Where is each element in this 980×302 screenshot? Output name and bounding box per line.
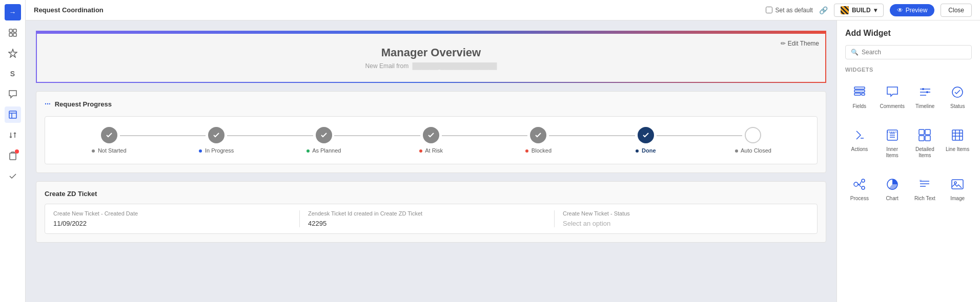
ticket-col-label-id: Zendesk Ticket Id created in Create ZD T…: [308, 210, 546, 217]
main-area: ✏ Edit Theme Manager Overview New Email …: [26, 20, 836, 302]
widget-chart[interactable]: Chart: [878, 171, 907, 206]
svg-rect-7: [10, 153, 16, 160]
step-circle-blocked: [530, 127, 546, 143]
edit-theme-button[interactable]: ✏ Edit Theme: [781, 40, 819, 47]
image-label: Image: [950, 196, 965, 202]
step-as-planned: As Planned: [270, 127, 377, 154]
actions-icon: [850, 126, 869, 144]
link-icon[interactable]: 🔗: [819, 6, 828, 14]
subtitle-redacted: ██████ █████████████: [413, 62, 497, 70]
inner-items-label: Inner Items: [880, 146, 905, 159]
widget-rich-text[interactable]: Rich Text: [911, 171, 940, 206]
sidebar-icon-check[interactable]: [5, 168, 21, 184]
status-icon: [948, 83, 967, 101]
widget-timeline[interactable]: Timeline: [911, 79, 940, 114]
pencil-icon: ✏: [781, 40, 786, 47]
svg-point-32: [854, 182, 858, 186]
inner-items-icon: [883, 126, 902, 144]
fields-label: Fields: [852, 103, 866, 110]
step-label-done: Done: [636, 147, 656, 154]
preview-label: Preview: [906, 7, 928, 14]
process-label: Process: [850, 196, 869, 202]
widgets-grid-row3: Process Chart Rich Text Image: [845, 171, 972, 206]
sidebar-icon-apps[interactable]: [5, 25, 21, 41]
widget-status[interactable]: Status: [943, 79, 972, 114]
svg-rect-11: [862, 93, 865, 95]
request-progress-section: ··· Request Progress Not Started I: [36, 91, 826, 173]
widgets-section-label: Widgets: [845, 67, 972, 73]
detailed-items-icon: [915, 126, 934, 144]
ticket-col-date: Create New Ticket - Created Date 11/09/2…: [53, 210, 300, 227]
svg-point-16: [926, 91, 928, 93]
set-default-area: Set as default: [766, 7, 813, 14]
step-label-auto-closed: Auto Closed: [735, 147, 771, 154]
ticket-row: Create New Ticket - Created Date 11/09/2…: [45, 204, 818, 234]
sidebar-nav-button[interactable]: →: [5, 4, 21, 20]
sidebar-icon-comments[interactable]: [5, 86, 21, 102]
svg-rect-10: [854, 93, 861, 95]
ticket-col-select-status[interactable]: Select an option: [563, 220, 801, 227]
dot-blocked: [525, 149, 528, 153]
sidebar-icon-automation[interactable]: [5, 45, 21, 61]
widget-image[interactable]: Image: [943, 171, 972, 206]
ticket-col-label-date: Create New Ticket - Created Date: [53, 210, 291, 217]
step-label-blocked: Blocked: [525, 147, 552, 154]
page-title: Request Coordination: [34, 6, 104, 14]
step-circle-as-planned: [316, 127, 332, 143]
sidebar-icon-sort[interactable]: [5, 127, 21, 143]
step-auto-closed: Auto Closed: [700, 127, 807, 154]
step-label-as-planned: As Planned: [307, 147, 341, 154]
svg-rect-0: [9, 29, 12, 32]
sidebar-icon-board[interactable]: [5, 106, 21, 123]
build-label: BUILD: [852, 7, 871, 14]
chart-label: Chart: [886, 196, 898, 202]
svg-rect-4: [9, 111, 16, 118]
dot-as-planned: [307, 149, 310, 153]
svg-point-34: [862, 186, 865, 189]
ticket-col-id: Zendesk Ticket Id created in Create ZD T…: [300, 210, 555, 227]
step-label-in-progress: In Progress: [199, 147, 234, 154]
dot-done: [636, 149, 639, 153]
preview-icon: 👁: [897, 7, 903, 14]
widget-inner-items[interactable]: Inner Items: [878, 122, 907, 163]
widget-detailed-items[interactable]: Detailed Items: [911, 122, 940, 163]
widget-comments[interactable]: Comments: [878, 79, 907, 114]
progress-icon: ···: [45, 100, 51, 108]
step-circle-not-started: [101, 127, 117, 143]
rich-text-icon: [915, 175, 934, 193]
set-default-checkbox[interactable]: [766, 7, 772, 13]
ticket-col-status: Create New Ticket - Status Select an opt…: [555, 210, 809, 227]
widget-fields[interactable]: Fields: [845, 79, 874, 114]
dot-not-started: [92, 149, 95, 153]
line-items-icon: [948, 126, 967, 144]
step-label-at-risk: At Risk: [419, 147, 443, 154]
close-button[interactable]: Close: [941, 4, 972, 17]
build-button[interactable]: BUILD ▾: [834, 4, 884, 17]
sidebar-icon-s[interactable]: S: [5, 66, 21, 82]
actions-label: Actions: [851, 146, 868, 153]
widget-process[interactable]: Process: [845, 171, 874, 206]
timeline-icon: [916, 83, 934, 101]
svg-point-40: [954, 182, 956, 184]
search-box: 🔍: [845, 45, 972, 59]
svg-point-33: [862, 179, 865, 182]
ticket-section: Create ZD Ticket Create New Ticket - Cre…: [36, 181, 826, 243]
widgets-grid-row2: Actions Inner Items Detailed Items Line …: [845, 122, 972, 163]
widget-actions[interactable]: Actions: [845, 122, 874, 163]
right-panel: Add Widget 🔍 Widgets Fields Comments Tim…: [836, 20, 980, 302]
section-title-progress: ··· Request Progress: [45, 100, 818, 108]
preview-button[interactable]: 👁 Preview: [890, 4, 935, 16]
process-icon: [850, 175, 869, 193]
svg-rect-24: [925, 130, 930, 135]
comments-label: Comments: [880, 103, 905, 110]
build-chevron: ▾: [874, 7, 877, 14]
dot-auto-closed: [735, 149, 738, 153]
line-items-label: Line Items: [946, 146, 969, 153]
widget-line-items[interactable]: Line Items: [943, 122, 972, 163]
svg-rect-2: [9, 33, 12, 36]
topbar-actions: Set as default 🔗 BUILD ▾ 👁 Preview Close: [766, 4, 972, 17]
sidebar-icon-clipboard[interactable]: [5, 147, 21, 164]
search-input[interactable]: [862, 49, 966, 56]
svg-rect-9: [854, 90, 865, 92]
step-circle-auto-closed: [745, 127, 761, 143]
